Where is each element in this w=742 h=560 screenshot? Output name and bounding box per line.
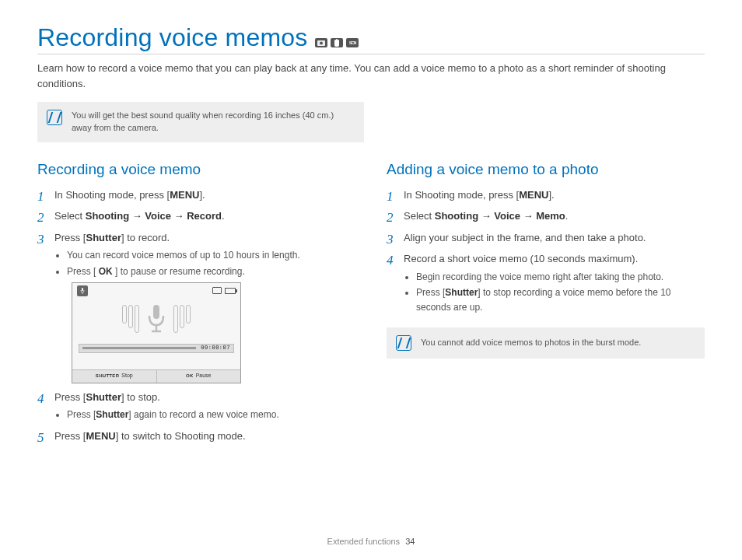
right-step-4-sub-2: Press [Shutter] to stop recording a voic… (416, 285, 705, 314)
battery-icon (225, 288, 236, 294)
left-step-3-sub: You can record voice memos of up to 10 h… (54, 248, 355, 278)
left-step-2: Select Shooting → Voice → Record. (37, 208, 355, 224)
right-note-box: You cannot add voice memos to photos in … (387, 327, 705, 359)
screen-status-bar (72, 283, 240, 299)
note-icon (396, 335, 411, 351)
note-icon (47, 110, 62, 125)
scene-mode-icon: SCN (346, 38, 359, 47)
sound-waves-left-icon (122, 305, 139, 333)
left-steps: In Shooting mode, press [MENU]. Select S… (37, 187, 355, 443)
left-step-4-sub: Press [Shutter] again to record a new vo… (54, 408, 355, 422)
left-step-3-sub-2: Press [ OK ] to pause or resume recordin… (67, 264, 355, 279)
right-step-1: In Shooting mode, press [MENU]. (387, 187, 705, 203)
page-footer: Extended functions 34 (0, 537, 742, 546)
elapsed-time: 00:00:07 (201, 344, 230, 352)
shutter-stop-label: SHUTTER Stop (72, 370, 157, 383)
progress-fill (82, 347, 196, 349)
content-columns: Recording a voice memo In Shooting mode,… (37, 161, 705, 450)
svg-rect-4 (153, 305, 159, 319)
left-step-5: Press [MENU] to switch to Shooting mode. (37, 429, 355, 444)
screen-bottom-bar: SHUTTER Stop OK Pause (72, 369, 240, 383)
title-row: Recording voice memos SCN (37, 23, 705, 54)
svg-rect-2 (82, 288, 83, 291)
right-steps: In Shooting mode, press [MENU]. Select S… (387, 187, 705, 315)
memory-icon (212, 287, 222, 294)
right-step-3: Align your subject in the frame, and the… (387, 230, 705, 246)
manual-page: Recording voice memos SCN Learn how to r… (0, 0, 742, 560)
microphone-icon (145, 303, 167, 334)
right-step-4-sub: Begin recording the voice memo right aft… (404, 270, 705, 315)
right-note-text: You cannot add voice memos to photos in … (421, 337, 641, 349)
sound-waves-right-icon (173, 305, 191, 333)
right-step-4-sub-1: Begin recording the voice memo right aft… (416, 270, 705, 285)
svg-point-1 (320, 42, 323, 45)
left-step-3: Press [Shutter] to record. You can recor… (37, 230, 355, 383)
mic-badge-icon (77, 285, 88, 296)
left-heading: Recording a voice memo (37, 161, 355, 178)
left-step-3-sub-1: You can record voice memos of up to 10 h… (67, 248, 355, 263)
right-step-2: Select Shooting → Voice → Memo. (387, 208, 705, 224)
left-step-4: Press [Shutter] to stop. Press [Shutter]… (37, 390, 355, 422)
hand-mode-icon (331, 38, 343, 47)
left-step-4-sub-1: Press [Shutter] again to record a new vo… (67, 408, 355, 422)
ok-pause-label: OK Pause (157, 370, 241, 383)
right-heading: Adding a voice memo to a photo (387, 161, 705, 178)
left-column: Recording a voice memo In Shooting mode,… (37, 161, 355, 450)
mic-visual (72, 299, 240, 339)
footer-page-number: 34 (405, 537, 415, 546)
page-title: Recording voice memos (37, 23, 307, 52)
left-step-1: In Shooting mode, press [MENU]. (37, 187, 355, 203)
right-column: Adding a voice memo to a photo In Shooti… (387, 161, 705, 450)
status-icons (212, 285, 236, 296)
footer-section: Extended functions (327, 537, 401, 546)
camera-mode-icon (315, 38, 327, 47)
right-step-4: Record a short voice memo (10 seconds ma… (387, 251, 705, 314)
recorder-screen-illustration: 00:00:07 SHUTTER Stop OK Pause (72, 282, 241, 383)
top-note-box: You will get the best sound quality when… (37, 102, 364, 142)
top-note-text: You will get the best sound quality when… (72, 110, 355, 135)
intro-text: Learn how to record a voice memo that yo… (37, 61, 705, 91)
mode-icons: SCN (315, 38, 359, 50)
progress-bar: 00:00:07 (79, 344, 234, 353)
